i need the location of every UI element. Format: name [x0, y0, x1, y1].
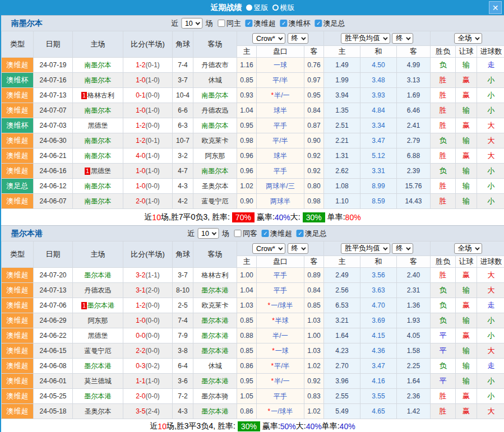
- scope-select[interactable]: 全场: [454, 243, 482, 254]
- score-halftime: 0-0(0-0): [123, 328, 173, 343]
- summary-segment: 赢率:: [262, 421, 280, 431]
- goals-result: 大: [477, 268, 504, 283]
- wdl-result: 胜: [431, 73, 456, 88]
- avg-away-odds: 1.93: [397, 313, 431, 328]
- filter-checkbox-澳维超[interactable]: ✓澳维超: [246, 18, 276, 29]
- match-row: 澳维超24-06-29阿东那1-0(0-0)7-4墨尔本港0.85*半球1.03…: [2, 313, 504, 328]
- team-name-text: 墨尔本骑: [202, 392, 229, 400]
- league-badge: 澳维超: [2, 404, 34, 419]
- layout-radio-vertical[interactable]: 竖版: [246, 3, 269, 13]
- score-halftime: 1-2(0-1): [123, 133, 173, 148]
- handicap-text: 平/半: [272, 137, 288, 145]
- subcol-avg-draw: 和: [360, 256, 397, 268]
- match-row: 澳维超24-07-20墨尔本港3-2(1-1)3-7格林古利1.00平手0.89…: [2, 268, 504, 283]
- league-badge: 澳维超: [2, 343, 34, 359]
- odds-final-select[interactable]: 终: [288, 243, 309, 254]
- chevron-down-icon: [406, 35, 410, 40]
- league-badge: 澳维超: [2, 359, 34, 374]
- handicap-result: 输: [456, 194, 477, 209]
- league-badge: 澳维超: [2, 164, 34, 179]
- avg-select[interactable]: 胜平负均值: [341, 243, 390, 254]
- goals-result: 小: [477, 179, 504, 194]
- home-team: 南墨尔本: [73, 133, 123, 148]
- handicap-line: *一球: [257, 343, 304, 359]
- filter-checkbox-同客[interactable]: 同客: [234, 229, 257, 239]
- summary-segment: 近: [144, 212, 152, 222]
- filter-checkbox-澳足总[interactable]: ✓澳足总: [315, 18, 345, 29]
- home-team: 墨尔本港: [73, 268, 123, 283]
- avg-draw-odds: 4.15: [360, 328, 397, 343]
- avg-draw-odds: 4.36: [360, 343, 397, 359]
- odds-company-select[interactable]: Crow*: [252, 243, 285, 254]
- league-badge: 澳维超: [2, 103, 34, 118]
- filter-checkbox-同主[interactable]: 同主: [218, 18, 241, 29]
- home-odds: 0.86: [237, 359, 257, 374]
- scope-select[interactable]: 全场: [454, 33, 482, 44]
- home-team: 南墨尔本: [73, 148, 123, 164]
- handicap-line: *半球: [257, 313, 304, 328]
- filter-checkbox-澳足总[interactable]: ✓澳足总: [297, 229, 327, 239]
- checkbox-label: 澳维超: [270, 229, 292, 239]
- avg-draw-odds: 3.93: [360, 88, 397, 103]
- avg-final-select[interactable]: 终: [392, 33, 413, 44]
- avg-draw-odds: 4.65: [360, 404, 397, 419]
- league-badge: 澳维超: [2, 58, 34, 73]
- score-halftime: 1-2(0-0): [123, 298, 173, 313]
- avg-away-odds: 4.99: [397, 58, 431, 73]
- checkbox-label: 同主: [226, 18, 241, 29]
- handicap-result: 赢: [456, 148, 477, 164]
- wdl-result: 平: [431, 328, 456, 343]
- wdl-result: 平: [431, 343, 456, 359]
- handicap-text: 半/一: [274, 91, 289, 99]
- checkbox-label: 澳足总: [305, 229, 327, 239]
- games-count-value: 10: [201, 230, 209, 238]
- handicap-result: 赢: [456, 328, 477, 343]
- home-odds: 0.95: [237, 374, 257, 389]
- match-row: 澳维超24-05-25墨尔本港2-0(0-0)7-2墨尔本骑1.05平手0.83…: [2, 389, 504, 404]
- handicap-line: 两球半: [257, 194, 304, 209]
- handicap-line: 两球半/三: [257, 179, 304, 194]
- league-badge: 澳维超: [2, 268, 34, 283]
- wdl-result: 负: [431, 298, 456, 313]
- avg-away-odds: 6.88: [397, 148, 431, 164]
- odds-company-select[interactable]: Crow*: [252, 33, 285, 44]
- section-header-bar: 南墨尔本 近10场同主✓澳维超✓澳维杯✓澳足总: [1, 15, 504, 31]
- games-count-select[interactable]: 10: [181, 18, 203, 29]
- handicap-text: 平手: [274, 167, 287, 175]
- layout-radio-horizontal[interactable]: 横版: [272, 3, 295, 13]
- home-odds: 0.93: [237, 88, 257, 103]
- goals-result: 走: [477, 58, 504, 73]
- team-name-text: 墨尔本港: [87, 301, 114, 309]
- filter-checkbox-澳维杯[interactable]: ✓澳维杯: [280, 18, 311, 29]
- away-odds: 0.80: [304, 179, 324, 194]
- summary-segment: 10: [152, 213, 161, 222]
- odds-final-select[interactable]: 终: [288, 33, 309, 44]
- halftime-score: (1-1): [146, 271, 160, 279]
- wdl-result: 负: [431, 133, 456, 148]
- avg-final-select[interactable]: 终: [392, 243, 413, 254]
- close-button[interactable]: ✕: [489, 1, 502, 14]
- home-team: 1黑德堡: [73, 164, 123, 179]
- filter-checkbox-澳维超[interactable]: ✓澳维超: [262, 229, 292, 239]
- corner-count: 4-7: [173, 164, 193, 179]
- team-name-text: 莫兰德城: [85, 377, 112, 385]
- chevron-down-icon: [301, 245, 306, 250]
- away-odds: 0.85: [304, 298, 324, 313]
- avg-home-odds: 1.08: [324, 179, 360, 194]
- wdl-result: 胜: [431, 148, 456, 164]
- close-icon: ✕: [492, 3, 499, 12]
- halftime-score: (1-0): [146, 377, 160, 385]
- team-name-text: 格林古利: [202, 271, 229, 279]
- avg-away-odds: 1.42: [397, 404, 431, 419]
- avg-home-odds: 3.94: [324, 88, 360, 103]
- goals-result: 大: [477, 343, 504, 359]
- avg-select[interactable]: 胜平负均值: [341, 33, 390, 44]
- team-name-text: 南墨尔本: [85, 137, 112, 145]
- league-badge: 澳维超: [2, 389, 34, 404]
- games-count-select[interactable]: 10: [197, 228, 219, 239]
- home-odds: 1.04: [237, 283, 257, 298]
- corner-count: 6-6: [173, 103, 193, 118]
- home-team: 黑德堡: [73, 328, 123, 343]
- team-name-text: 休城: [209, 362, 222, 370]
- handicap-result: 输: [456, 164, 477, 179]
